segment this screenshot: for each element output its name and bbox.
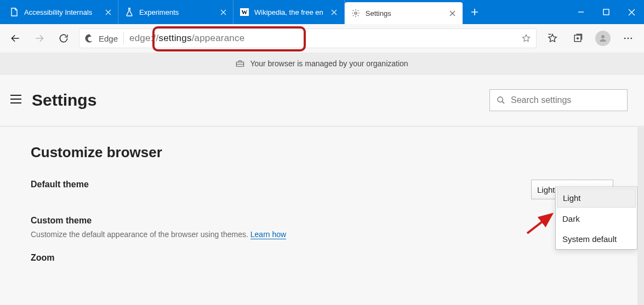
avatar-icon <box>595 31 611 46</box>
zoom-label: Zoom <box>31 253 55 263</box>
infobar-text: Your browser is managed by your organiza… <box>250 59 408 68</box>
gear-icon <box>351 9 360 18</box>
toolbar-right <box>541 27 640 49</box>
edge-icon <box>84 33 94 43</box>
theme-dropdown: Light Dark System default <box>555 187 637 250</box>
new-tab-button[interactable] <box>463 0 487 24</box>
back-button[interactable] <box>4 27 26 49</box>
collections-button[interactable] <box>566 27 589 49</box>
window-controls <box>568 0 644 24</box>
address-bar[interactable]: Edge edge://settings/appearance <box>79 28 537 48</box>
tab-experiments[interactable]: Experiments <box>118 0 233 24</box>
toolbar: Edge edge://settings/appearance <box>0 24 644 53</box>
refresh-button[interactable] <box>53 27 75 49</box>
custom-theme-sub: Customize the default appearance of the … <box>31 230 286 239</box>
titlebar: Accessibility Internals Experiments W Wi… <box>0 0 644 24</box>
svg-rect-1 <box>603 9 609 15</box>
divider <box>123 32 124 44</box>
favorites-button[interactable] <box>541 27 564 49</box>
close-icon[interactable] <box>447 8 458 19</box>
learn-how-link[interactable]: Learn how <box>250 230 286 239</box>
settings-header: Settings <box>0 74 644 126</box>
theme-select-value: Light <box>537 185 555 194</box>
site-label: Edge <box>99 34 118 43</box>
more-button[interactable] <box>617 27 640 49</box>
tab-label: Accessibility Internals <box>24 8 97 16</box>
section-title: Customize browser <box>31 144 613 161</box>
close-icon[interactable] <box>102 7 113 18</box>
close-icon[interactable] <box>329 7 340 18</box>
row-custom-theme: Custom theme Customize the default appea… <box>31 216 613 239</box>
theme-label: Default theme <box>31 180 89 189</box>
svg-point-5 <box>628 38 629 39</box>
svg-point-4 <box>624 38 626 39</box>
maximize-button[interactable] <box>594 0 619 24</box>
svg-point-8 <box>498 97 503 102</box>
tab-wikipedia[interactable]: W Wikipedia, the free en <box>233 0 345 24</box>
custom-theme-label: Custom theme <box>31 216 286 226</box>
row-zoom: Zoom <box>31 253 613 263</box>
url-text: edge://settings/appearance <box>129 33 244 44</box>
tab-accessibility-internals[interactable]: Accessibility Internals <box>3 0 118 24</box>
site-identity: Edge <box>84 33 118 43</box>
tab-label: Wikipedia, the free en <box>254 8 323 16</box>
tab-label: Settings <box>366 9 442 18</box>
menu-button[interactable] <box>10 94 24 106</box>
favorite-star-icon[interactable] <box>521 33 531 43</box>
scrollbar[interactable] <box>637 127 644 305</box>
theme-option-system-default[interactable]: System default <box>556 229 637 249</box>
tab-settings[interactable]: Settings <box>345 2 463 24</box>
forward-button[interactable] <box>29 27 50 49</box>
minimize-button[interactable] <box>568 0 594 24</box>
theme-option-dark[interactable]: Dark <box>556 209 637 229</box>
search-icon <box>497 95 505 105</box>
flask-icon <box>125 8 134 16</box>
profile-button[interactable] <box>591 27 614 49</box>
managed-infobar: Your browser is managed by your organiza… <box>0 53 644 74</box>
svg-point-0 <box>355 12 357 14</box>
row-default-theme: Default theme Light <box>31 180 613 199</box>
tab-label: Experiments <box>139 8 212 16</box>
close-window-button[interactable] <box>619 0 644 24</box>
briefcase-icon <box>236 60 244 67</box>
settings-content: Customize browser Default theme Light Cu… <box>0 126 644 305</box>
page-icon <box>10 8 19 16</box>
search-settings[interactable] <box>489 89 628 111</box>
svg-point-6 <box>631 38 632 39</box>
close-icon[interactable] <box>218 7 229 18</box>
page-title: Settings <box>32 91 96 110</box>
wikipedia-icon: W <box>240 8 249 16</box>
svg-point-3 <box>601 35 605 38</box>
theme-option-light[interactable]: Light <box>557 188 636 208</box>
search-input[interactable] <box>511 95 620 105</box>
